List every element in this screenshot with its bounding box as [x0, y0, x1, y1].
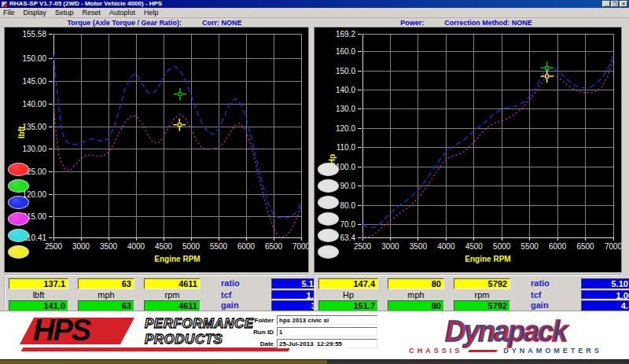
svg-text:110.0: 110.0: [337, 143, 356, 152]
svg-text:160.0: 160.0: [336, 47, 355, 56]
svg-text:2500: 2500: [354, 242, 372, 251]
torque-correction-status: Corr: NONE: [202, 19, 242, 27]
svg-text:3500: 3500: [410, 242, 428, 251]
svg-text:155.58: 155.58: [22, 30, 46, 39]
power-readout-panel: 147.4 80 5792 ratio 5.107 Hp mph rpm tcf…: [314, 274, 622, 312]
torque-cursor-value: 137.1: [9, 278, 68, 289]
tcf-label: tcf: [210, 290, 262, 300]
svg-text:63.4: 63.4: [340, 233, 356, 242]
dynapack-logo-text-1: Dyna: [445, 315, 508, 347]
trace-color-button[interactable]: [8, 163, 29, 176]
svg-text:5500: 5500: [210, 242, 228, 251]
svg-text:6500: 6500: [265, 242, 283, 251]
svg-text:150.00: 150.00: [22, 54, 46, 63]
svg-text:6000: 6000: [237, 242, 256, 251]
torque-green-cursor-value: 141.0: [9, 300, 68, 311]
hps-logo: HPS PERFORMANCE PRODUCTS: [22, 314, 254, 355]
svg-text:140.00: 140.00: [22, 100, 46, 108]
svg-text:90.0: 90.0: [340, 182, 356, 190]
trace-color-button[interactable]: [318, 212, 339, 226]
torque-x-axis-label: Engine RPM: [53, 255, 301, 263]
torque-unit-label: lbft: [9, 290, 68, 300]
speed-cursor-value: 63: [78, 278, 134, 289]
dynapack-chassis-text: CHASSIS: [409, 347, 462, 355]
run-id-label: Run ID: [236, 329, 277, 336]
close-button[interactable]: ✕: [620, 1, 627, 7]
restore-button[interactable]: ❐: [611, 1, 619, 7]
torque-readout-panel: 137.1 63 4611 ratio 5.107 lbft mph rpm t…: [4, 274, 309, 312]
rpm-cursor-value: 5792: [454, 278, 510, 289]
trace-color-button[interactable]: [8, 179, 29, 193]
power-x-axis-label: Engine RPM: [362, 255, 613, 263]
svg-text:6000: 6000: [549, 242, 567, 251]
title-bar: RHAS-SP V1.7-05 (2WD - Motor Vehicle 400…: [0, 0, 629, 8]
date-input[interactable]: [277, 339, 377, 348]
menu-autoplot[interactable]: Autoplot: [109, 8, 135, 18]
svg-text:145.00: 145.00: [22, 77, 46, 86]
svg-text:4500: 4500: [155, 242, 173, 251]
speed-unit-label: mph: [78, 290, 134, 300]
rpm-unit-label: rpm: [454, 290, 510, 300]
gain-value: 4.3: [581, 300, 629, 311]
svg-text:169.2: 169.2: [336, 30, 355, 39]
app-icon[interactable]: [2, 2, 7, 7]
bottom-edge-strip: [0, 359, 629, 364]
svg-text:5000: 5000: [493, 242, 511, 251]
run-id-input[interactable]: [277, 327, 377, 336]
svg-text:3000: 3000: [381, 242, 399, 251]
menu-file[interactable]: File: [3, 8, 15, 18]
menu-setup[interactable]: Setup: [55, 8, 74, 18]
folder-input[interactable]: [277, 315, 377, 325]
svg-text:130.00: 130.00: [22, 145, 46, 153]
svg-text:140.0: 140.0: [336, 86, 355, 94]
menu-display[interactable]: Display: [24, 8, 47, 18]
torque-header-title: Torque (Axle Torque / Gear Ratio):: [67, 19, 182, 27]
trace-color-button[interactable]: [8, 212, 29, 226]
power-plot[interactable]: 169.2160.0150.0140.0130.0120.0110.0100.0…: [314, 28, 621, 272]
power-green-cursor-value: 151.7: [318, 300, 378, 311]
trace-color-button[interactable]: [318, 196, 339, 209]
svg-text:4000: 4000: [127, 242, 145, 251]
ratio-label: ratio: [210, 278, 262, 289]
svg-text:3000: 3000: [72, 242, 90, 251]
torque-y-axis-label: lbft: [17, 127, 26, 139]
ratio-label: ratio: [520, 278, 572, 289]
svg-text:4000: 4000: [437, 242, 455, 251]
rpm-cursor-value: 4611: [144, 278, 200, 289]
torque-trace-buttons: [8, 163, 31, 262]
speed-cursor-value: 80: [388, 278, 444, 289]
torque-plot[interactable]: 155.58150.00145.00140.00135.00130.00125.…: [5, 28, 308, 272]
svg-text:5000: 5000: [182, 242, 200, 251]
torque-chart-header: Torque (Axle Torque / Gear Ratio): Corr:…: [0, 18, 309, 27]
hps-logo-text: HPS: [33, 314, 90, 346]
svg-text:70.0: 70.0: [340, 220, 356, 229]
dynapack-dynamometers-text: DYNAMOMETERS: [503, 347, 602, 355]
menu-reset[interactable]: Reset: [83, 8, 101, 18]
minimize-button[interactable]: _: [602, 1, 610, 7]
ratio-value: 5.107: [581, 278, 629, 289]
svg-text:7000: 7000: [605, 242, 621, 251]
dynapack-divider-bar: [468, 350, 498, 352]
trace-color-button[interactable]: [318, 229, 339, 242]
rpm-green-cursor-value: 4611: [144, 300, 200, 311]
svg-text:2500: 2500: [45, 242, 63, 251]
window-title: RHAS-SP V1.7-05 (2WD - Motor Vehicle 400…: [9, 0, 602, 8]
menu-help[interactable]: Help: [144, 8, 159, 18]
trace-color-button[interactable]: [318, 245, 339, 259]
tcf-value: 1.00: [581, 290, 629, 300]
trace-color-button[interactable]: [8, 245, 29, 259]
svg-text:7000: 7000: [292, 242, 308, 251]
speed-green-cursor-value: 63: [78, 300, 134, 311]
svg-text:120.0: 120.0: [336, 124, 355, 133]
trace-color-button[interactable]: [8, 229, 29, 242]
power-chart-panel: 169.2160.0150.0140.0130.0120.0110.0100.0…: [314, 27, 622, 273]
trace-color-button[interactable]: [8, 196, 29, 209]
gain-label: gain: [520, 300, 572, 311]
power-correction-status: Correction Method: NONE: [444, 19, 532, 27]
run-info-form: Folder Run ID Date: [236, 315, 377, 351]
trace-color-button[interactable]: [318, 163, 339, 176]
dynapack-logo-text-2: pack: [508, 315, 566, 347]
trace-color-button[interactable]: [318, 179, 339, 193]
footer-bar: HPS PERFORMANCE PRODUCTS Folder Run ID D…: [0, 311, 629, 359]
svg-text:6500: 6500: [576, 242, 594, 251]
